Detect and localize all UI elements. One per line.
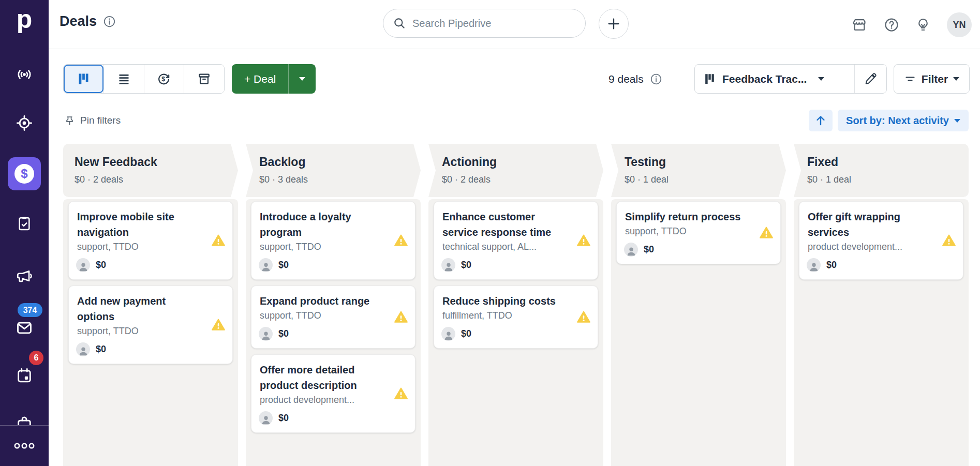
deal-label: support, TTDO xyxy=(77,326,205,337)
stage-summary: $0 · 1 deal xyxy=(625,174,774,185)
view-forecast-button[interactable]: $ xyxy=(144,65,184,93)
user-avatar[interactable]: YN xyxy=(947,12,972,37)
sort-by-button[interactable]: Sort by: Next activity xyxy=(838,110,969,131)
clipboard-check-icon xyxy=(16,215,33,232)
sidebar-item-leads[interactable] xyxy=(0,112,49,134)
more-icon[interactable] xyxy=(13,442,35,450)
owner-avatar-icon xyxy=(624,243,638,257)
deal-card[interactable]: Reduce shipping costs fulfillment, TTDO … xyxy=(434,285,598,349)
warning-icon[interactable] xyxy=(759,226,774,240)
stage-header: Fixed $0 · 1 deal xyxy=(794,144,969,197)
view-archive-button[interactable] xyxy=(184,65,224,93)
deal-value: $0 xyxy=(461,260,471,270)
sidebar-item-campaigns[interactable] xyxy=(0,265,49,288)
search-bar[interactable] xyxy=(383,9,586,38)
sidebar-item-deals[interactable]: $ xyxy=(8,157,41,190)
owner-avatar-icon xyxy=(259,327,273,341)
help-button[interactable] xyxy=(884,17,899,33)
stage-name: Backlog xyxy=(259,155,408,169)
warning-icon[interactable] xyxy=(576,310,591,324)
filter-label: Filter xyxy=(922,73,948,85)
sort-by-label: Sort by: Next activity xyxy=(846,115,949,127)
warning-icon[interactable] xyxy=(394,233,408,248)
broadcast-icon xyxy=(16,66,33,83)
tips-button[interactable] xyxy=(916,17,930,33)
deal-card[interactable]: Improve mobile site navigation support, … xyxy=(68,201,233,280)
sidebar-item-broadcast[interactable] xyxy=(0,63,49,86)
plus-icon xyxy=(606,17,621,31)
deal-card[interactable]: Expand product range support, TTDO $0 xyxy=(251,285,415,349)
pipeline-selector[interactable]: Feedback Trac... xyxy=(695,65,854,93)
stage-column-fixed: Fixed $0 · 1 deal Offer gift wrapping se… xyxy=(794,144,969,466)
view-kanban-button[interactable] xyxy=(64,65,103,93)
warning-icon[interactable] xyxy=(211,233,226,248)
deal-title: Improve mobile site navigation xyxy=(77,209,205,240)
sidebar-item-activities[interactable] xyxy=(0,212,49,235)
deal-value: $0 xyxy=(278,328,289,339)
quick-add-button[interactable] xyxy=(599,9,629,39)
stage-name: New Feedback xyxy=(75,155,226,169)
kanban-view-icon xyxy=(77,72,91,86)
caret-down-icon xyxy=(299,77,305,81)
deal-label: product development... xyxy=(260,395,388,405)
sidebar: p $ 374 6 xyxy=(0,0,49,466)
warning-icon[interactable] xyxy=(942,233,956,248)
filter-button[interactable]: Filter xyxy=(894,64,970,94)
deal-value: $0 xyxy=(826,260,837,270)
caret-down-icon xyxy=(953,77,959,81)
marketplace-button[interactable] xyxy=(852,17,867,33)
info-icon[interactable] xyxy=(103,15,116,28)
pin-filters-button[interactable]: Pin filters xyxy=(64,111,121,130)
deal-card[interactable]: Add new payment options support, TTDO $0 xyxy=(68,285,233,364)
owner-avatar-icon xyxy=(441,258,455,272)
edit-pipeline-button[interactable] xyxy=(854,65,886,93)
owner-avatar-icon xyxy=(441,327,455,341)
deals-count-wrap: 9 deals xyxy=(608,64,662,94)
stage-summary: $0 · 1 deal xyxy=(807,174,956,185)
calendar-icon xyxy=(16,367,33,384)
deal-card[interactable]: Enhance customer service response time t… xyxy=(434,201,598,280)
pipeline-name: Feedback Trac... xyxy=(722,73,807,85)
deal-value: $0 xyxy=(96,344,106,355)
warning-icon[interactable] xyxy=(394,386,408,401)
deal-value: $0 xyxy=(461,328,471,339)
add-deal-dropdown[interactable] xyxy=(289,64,316,94)
archive-view-icon xyxy=(197,72,211,86)
search-input[interactable] xyxy=(412,18,576,29)
owner-avatar-icon xyxy=(76,342,90,356)
stage-body: Introduce a loyalty program support, TTD… xyxy=(246,199,421,466)
warning-icon[interactable] xyxy=(576,233,591,248)
sidebar-footer xyxy=(0,425,49,466)
owner-avatar-icon xyxy=(259,411,273,425)
add-deal-button[interactable]: + Deal xyxy=(232,64,289,94)
deal-value: $0 xyxy=(278,260,289,270)
pin-icon xyxy=(64,115,75,126)
view-list-button[interactable] xyxy=(103,65,144,93)
deal-value: $0 xyxy=(278,413,289,424)
deal-title: Enhance customer service response time xyxy=(442,209,571,240)
caret-down-icon xyxy=(818,77,824,81)
calendar-badge: 6 xyxy=(29,351,43,365)
warning-icon[interactable] xyxy=(394,310,408,324)
caret-down-icon xyxy=(954,119,960,123)
deal-label: support, TTDO xyxy=(260,310,388,321)
pipeline-toolbar-group: Feedback Trac... xyxy=(694,64,887,94)
deal-card[interactable]: Introduce a loyalty program support, TTD… xyxy=(251,201,415,280)
deal-label: technical support, AL... xyxy=(442,242,571,252)
main-area: Deals xyxy=(49,0,980,466)
sidebar-item-calendar[interactable] xyxy=(0,364,49,387)
stage-body: Improve mobile site navigation support, … xyxy=(63,199,238,466)
deal-card[interactable]: Simplify return process support, TTDO $0 xyxy=(616,201,781,264)
deal-card[interactable]: Offer gift wrapping services product dev… xyxy=(799,201,963,280)
deal-title: Offer more detailed product description xyxy=(260,362,388,393)
stage-name: Fixed xyxy=(807,155,956,169)
sidebar-item-mail[interactable] xyxy=(0,317,49,339)
deal-value: $0 xyxy=(96,260,106,270)
deal-card[interactable]: Offer more detailed product description … xyxy=(251,354,415,433)
pin-filters-label: Pin filters xyxy=(80,115,121,126)
sort-direction-button[interactable] xyxy=(809,110,833,131)
pipedrive-logo[interactable]: p xyxy=(0,4,49,34)
warning-icon[interactable] xyxy=(211,318,226,332)
svg-text:$: $ xyxy=(162,76,166,83)
info-icon[interactable] xyxy=(650,73,662,85)
